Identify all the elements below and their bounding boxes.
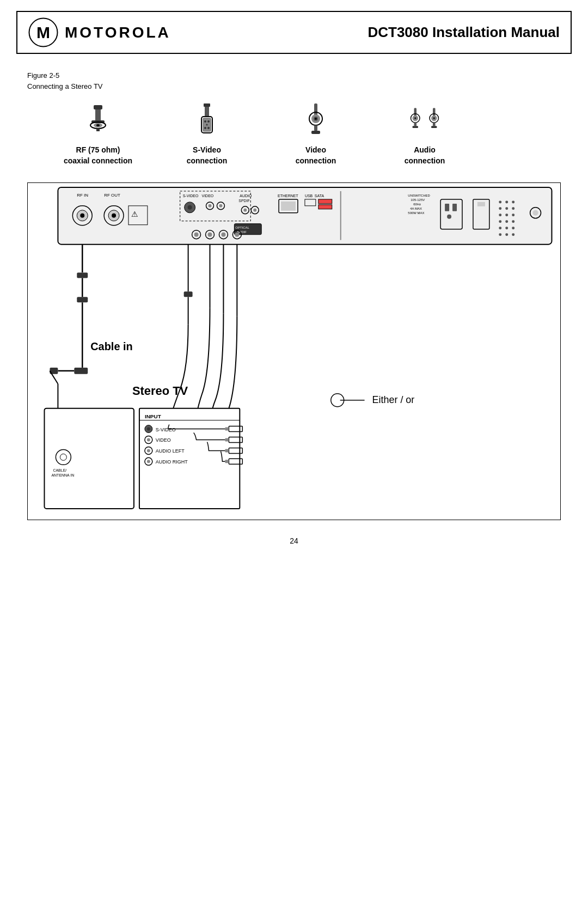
svg-point-97 <box>499 220 501 223</box>
svg-rect-164 <box>225 449 229 453</box>
svg-text:RF OUT: RF OUT <box>104 193 120 198</box>
page-header: M MOTOROLA DCT3080 Installation Manual <box>16 11 572 54</box>
svg-rect-126 <box>184 292 193 297</box>
rf-label-line2: coaxial connection <box>64 156 132 167</box>
svg-rect-154 <box>225 428 229 431</box>
connector-video: Video connection <box>261 102 370 166</box>
svg-rect-37 <box>433 123 436 126</box>
video-label-line2: connection <box>296 156 336 167</box>
svideo-label-line2: connection <box>187 156 228 167</box>
svg-point-17 <box>207 127 210 129</box>
svg-point-7 <box>96 124 100 126</box>
svg-text:USB: USB <box>305 194 313 198</box>
svg-text:S-VIDEO: S-VIDEO <box>156 427 176 432</box>
connector-svideo: S-Video connection <box>152 102 261 166</box>
svg-rect-70 <box>281 202 296 211</box>
svg-rect-117 <box>77 273 88 278</box>
svg-text:M: M <box>36 23 50 41</box>
svg-point-95 <box>505 214 508 217</box>
svg-point-99 <box>512 220 514 223</box>
svg-point-13 <box>204 120 206 123</box>
svg-point-47 <box>112 213 116 218</box>
svg-point-151 <box>147 428 150 431</box>
content-area: Figure 2-5 Connecting a Stereo TV RF (75… <box>0 65 588 551</box>
svg-rect-2 <box>94 105 102 109</box>
svg-text:INPUT: INPUT <box>145 413 161 419</box>
svg-text:VIDEO: VIDEO <box>202 194 214 198</box>
figure-caption: Figure 2-5 Connecting a Stereo TV <box>27 70 561 91</box>
svg-text:ETHERNET: ETHERNET <box>278 194 298 198</box>
svg-rect-119 <box>77 297 88 303</box>
svg-point-98 <box>505 220 508 223</box>
svg-point-91 <box>499 208 501 210</box>
svg-point-115 <box>235 233 239 237</box>
svg-text:ANTENNA IN: ANTENNA IN <box>51 473 74 477</box>
svg-point-62 <box>243 209 247 212</box>
figure-description: Connecting a Stereo TV <box>27 81 561 92</box>
svg-text:SPDIF: SPDIF <box>238 199 250 203</box>
svg-rect-74 <box>318 199 332 204</box>
svg-point-161 <box>147 449 150 453</box>
svg-rect-159 <box>225 438 229 442</box>
svg-text:Stereo TV: Stereo TV <box>132 384 188 398</box>
svg-text:4A MAX: 4A MAX <box>410 207 422 210</box>
svg-text:UNSWITCHED: UNSWITCHED <box>408 194 430 197</box>
svg-text:⚠: ⚠ <box>131 210 138 218</box>
diagram-wrapper: DCT3080 RF IN RF OUT ⚠ <box>27 182 561 520</box>
svg-text:RF IN: RF IN <box>77 193 88 198</box>
svg-text:AUDIO RIGHT: AUDIO RIGHT <box>156 460 188 465</box>
svg-point-102 <box>512 227 514 229</box>
svg-point-96 <box>512 214 514 217</box>
figure-number: Figure 2-5 <box>27 70 561 81</box>
svg-rect-24 <box>311 131 320 134</box>
audio-connector-icon <box>408 102 441 141</box>
svg-point-144 <box>60 454 66 461</box>
svg-point-101 <box>505 227 508 229</box>
svg-point-64 <box>253 209 256 212</box>
svg-rect-23 <box>314 125 317 131</box>
svg-text:CABLE/: CABLE/ <box>53 468 66 472</box>
svg-point-111 <box>208 233 212 237</box>
svg-point-85 <box>447 215 451 219</box>
svg-text:SATA: SATA <box>315 194 324 198</box>
brand-name: MOTOROLA <box>65 24 171 41</box>
page-title: DCT3080 Installation Manual <box>367 24 560 41</box>
svg-point-22 <box>315 118 317 120</box>
svg-rect-30 <box>414 123 417 126</box>
svideo-label-line1: S-Video <box>193 145 221 156</box>
svideo-connector-icon <box>191 102 223 141</box>
svg-point-103 <box>499 233 501 236</box>
svg-text:S-VIDEO: S-VIDEO <box>183 194 199 198</box>
svg-point-93 <box>512 208 514 210</box>
svg-rect-87 <box>477 202 485 206</box>
diagram-container: RF IN RF OUT ⚠ S-VIDEO VIDEO <box>27 182 561 520</box>
svg-rect-8 <box>96 129 100 131</box>
svg-rect-3 <box>95 109 101 120</box>
svg-point-113 <box>221 233 225 237</box>
svg-text:Cable in: Cable in <box>90 340 133 352</box>
rf-label-line1: RF (75 ohm) <box>76 145 120 156</box>
svg-point-54 <box>188 205 192 210</box>
svg-rect-83 <box>445 204 449 211</box>
svg-rect-31 <box>413 126 419 128</box>
connector-audio: Audio connection <box>370 102 479 166</box>
motorola-logo-icon: M <box>28 17 58 47</box>
svg-rect-10 <box>205 107 209 117</box>
svg-rect-147 <box>139 408 240 509</box>
connectors-row: RF (75 ohm) coaxial connection S-Video c… <box>27 102 561 166</box>
svg-point-90 <box>512 201 514 204</box>
logo-area: M MOTOROLA <box>28 17 171 47</box>
svg-rect-84 <box>452 204 457 211</box>
svg-point-107 <box>533 210 538 216</box>
svg-point-36 <box>433 118 434 119</box>
svg-text:105-125V: 105-125V <box>411 198 425 202</box>
svg-rect-75 <box>318 205 332 209</box>
svg-point-89 <box>505 201 508 204</box>
svg-text:60Hz: 60Hz <box>413 203 421 206</box>
svg-point-44 <box>80 213 84 218</box>
svg-rect-9 <box>204 103 210 107</box>
svg-point-29 <box>415 118 416 119</box>
svg-point-58 <box>219 204 222 208</box>
svg-text:AUDIO: AUDIO <box>240 194 252 198</box>
svg-point-105 <box>512 233 514 236</box>
